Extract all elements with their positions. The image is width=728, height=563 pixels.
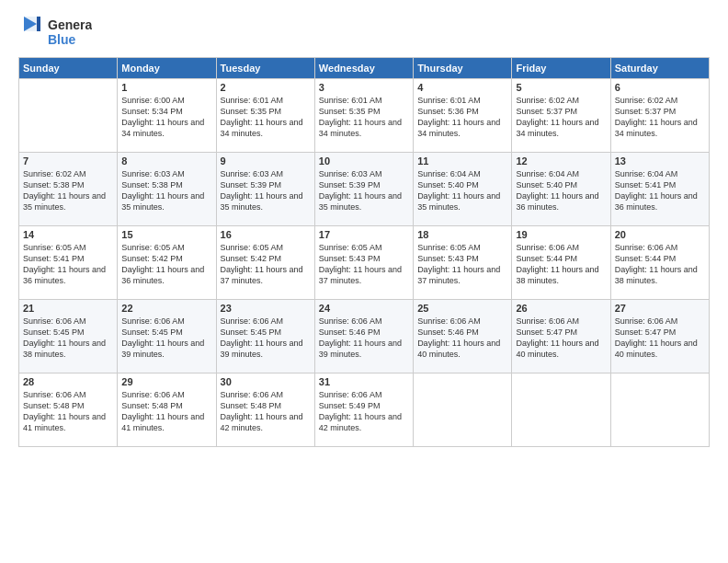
calendar-cell: 14Sunrise: 6:05 AMSunset: 5:41 PMDayligh…	[19, 226, 118, 300]
day-number: 21	[23, 303, 113, 314]
calendar-cell: 15Sunrise: 6:05 AMSunset: 5:42 PMDayligh…	[118, 226, 216, 300]
cell-info: Sunrise: 6:06 AMSunset: 5:46 PMDaylight:…	[417, 316, 507, 361]
cell-info: Sunrise: 6:06 AMSunset: 5:44 PMDaylight:…	[615, 242, 705, 287]
page-container: GeneralBlue SundayMondayTuesdayWednesday…	[0, 0, 728, 456]
cell-info: Sunrise: 6:04 AMSunset: 5:41 PMDaylight:…	[615, 168, 705, 213]
day-number: 7	[23, 155, 113, 167]
header-cell-monday: Monday	[118, 58, 216, 79]
day-number: 16	[221, 229, 311, 240]
cell-info: Sunrise: 6:03 AMSunset: 5:38 PMDaylight:…	[121, 168, 211, 213]
cell-info: Sunrise: 6:03 AMSunset: 5:39 PMDaylight:…	[221, 168, 311, 213]
day-number: 14	[23, 229, 113, 240]
day-number: 20	[615, 229, 705, 240]
calendar-table: SundayMondayTuesdayWednesdayThursdayFrid…	[18, 57, 710, 447]
day-number: 12	[516, 155, 606, 167]
calendar-header-row: SundayMondayTuesdayWednesdayThursdayFrid…	[19, 58, 710, 79]
header-cell-sunday: Sunday	[19, 58, 118, 79]
calendar-cell	[512, 373, 610, 447]
calendar-week-2: 7Sunrise: 6:02 AMSunset: 5:38 PMDaylight…	[19, 153, 710, 226]
day-number: 31	[319, 376, 409, 387]
calendar-cell: 19Sunrise: 6:06 AMSunset: 5:44 PMDayligh…	[512, 226, 610, 300]
calendar-cell: 17Sunrise: 6:05 AMSunset: 5:43 PMDayligh…	[314, 226, 413, 300]
header-cell-saturday: Saturday	[610, 58, 709, 79]
cell-info: Sunrise: 6:05 AMSunset: 5:43 PMDaylight:…	[319, 242, 409, 287]
day-number: 1	[121, 82, 211, 93]
calendar-cell: 30Sunrise: 6:06 AMSunset: 5:48 PMDayligh…	[216, 373, 314, 447]
cell-info: Sunrise: 6:06 AMSunset: 5:47 PMDaylight:…	[516, 316, 606, 361]
header: GeneralBlue	[18, 15, 710, 50]
cell-info: Sunrise: 6:05 AMSunset: 5:42 PMDaylight:…	[121, 242, 211, 287]
cell-info: Sunrise: 6:06 AMSunset: 5:48 PMDaylight:…	[23, 389, 113, 434]
cell-info: Sunrise: 6:06 AMSunset: 5:45 PMDaylight:…	[121, 316, 211, 361]
cell-info: Sunrise: 6:01 AMSunset: 5:35 PMDaylight:…	[319, 95, 409, 140]
calendar-cell: 27Sunrise: 6:06 AMSunset: 5:47 PMDayligh…	[610, 300, 709, 373]
day-number: 11	[417, 155, 507, 167]
calendar-week-3: 14Sunrise: 6:05 AMSunset: 5:41 PMDayligh…	[19, 226, 710, 300]
calendar-cell: 11Sunrise: 6:04 AMSunset: 5:40 PMDayligh…	[414, 153, 512, 226]
cell-info: Sunrise: 6:04 AMSunset: 5:40 PMDaylight:…	[516, 168, 606, 213]
day-number: 25	[417, 303, 507, 314]
calendar-week-4: 21Sunrise: 6:06 AMSunset: 5:45 PMDayligh…	[19, 300, 710, 373]
calendar-cell: 9Sunrise: 6:03 AMSunset: 5:39 PMDaylight…	[216, 153, 314, 226]
day-number: 2	[221, 82, 311, 93]
header-cell-friday: Friday	[512, 58, 610, 79]
day-number: 19	[516, 229, 606, 240]
calendar-cell	[19, 79, 118, 153]
cell-info: Sunrise: 6:05 AMSunset: 5:41 PMDaylight:…	[23, 242, 113, 287]
day-number: 18	[417, 229, 507, 240]
calendar-cell: 18Sunrise: 6:05 AMSunset: 5:43 PMDayligh…	[414, 226, 512, 300]
day-number: 23	[221, 303, 311, 314]
calendar-cell: 28Sunrise: 6:06 AMSunset: 5:48 PMDayligh…	[19, 373, 118, 447]
cell-info: Sunrise: 6:06 AMSunset: 5:49 PMDaylight:…	[319, 389, 409, 434]
day-number: 5	[516, 82, 606, 93]
calendar-cell: 31Sunrise: 6:06 AMSunset: 5:49 PMDayligh…	[314, 373, 413, 447]
cell-info: Sunrise: 6:05 AMSunset: 5:42 PMDaylight:…	[221, 242, 311, 287]
day-number: 8	[121, 155, 211, 167]
calendar-cell: 3Sunrise: 6:01 AMSunset: 5:35 PMDaylight…	[314, 79, 413, 153]
calendar-cell: 29Sunrise: 6:06 AMSunset: 5:48 PMDayligh…	[118, 373, 216, 447]
calendar-cell: 2Sunrise: 6:01 AMSunset: 5:35 PMDaylight…	[216, 79, 314, 153]
calendar-cell: 25Sunrise: 6:06 AMSunset: 5:46 PMDayligh…	[414, 300, 512, 373]
generalblue-logo-icon: GeneralBlue	[18, 15, 92, 50]
calendar-cell: 12Sunrise: 6:04 AMSunset: 5:40 PMDayligh…	[512, 153, 610, 226]
day-number: 30	[221, 376, 311, 387]
calendar-cell: 22Sunrise: 6:06 AMSunset: 5:45 PMDayligh…	[118, 300, 216, 373]
calendar-cell: 10Sunrise: 6:03 AMSunset: 5:39 PMDayligh…	[314, 153, 413, 226]
cell-info: Sunrise: 6:06 AMSunset: 5:46 PMDaylight:…	[319, 316, 409, 361]
calendar-cell: 21Sunrise: 6:06 AMSunset: 5:45 PMDayligh…	[19, 300, 118, 373]
calendar-cell: 16Sunrise: 6:05 AMSunset: 5:42 PMDayligh…	[216, 226, 314, 300]
calendar-cell: 7Sunrise: 6:02 AMSunset: 5:38 PMDaylight…	[19, 153, 118, 226]
day-number: 26	[516, 303, 606, 314]
header-cell-thursday: Thursday	[414, 58, 512, 79]
cell-info: Sunrise: 6:06 AMSunset: 5:47 PMDaylight:…	[615, 316, 705, 361]
calendar-cell: 6Sunrise: 6:02 AMSunset: 5:37 PMDaylight…	[610, 79, 709, 153]
logo: GeneralBlue	[18, 15, 92, 50]
day-number: 15	[121, 229, 211, 240]
day-number: 28	[23, 376, 113, 387]
header-cell-wednesday: Wednesday	[314, 58, 413, 79]
calendar-cell: 13Sunrise: 6:04 AMSunset: 5:41 PMDayligh…	[610, 153, 709, 226]
calendar-cell: 8Sunrise: 6:03 AMSunset: 5:38 PMDaylight…	[118, 153, 216, 226]
cell-info: Sunrise: 6:00 AMSunset: 5:34 PMDaylight:…	[121, 95, 211, 140]
day-number: 22	[121, 303, 211, 314]
day-number: 27	[615, 303, 705, 314]
cell-info: Sunrise: 6:06 AMSunset: 5:44 PMDaylight:…	[516, 242, 606, 287]
calendar-cell: 4Sunrise: 6:01 AMSunset: 5:36 PMDaylight…	[414, 79, 512, 153]
cell-info: Sunrise: 6:02 AMSunset: 5:38 PMDaylight:…	[23, 168, 113, 213]
cell-info: Sunrise: 6:02 AMSunset: 5:37 PMDaylight:…	[615, 95, 705, 140]
cell-info: Sunrise: 6:02 AMSunset: 5:37 PMDaylight:…	[516, 95, 606, 140]
day-number: 10	[319, 155, 409, 167]
svg-text:General: General	[48, 17, 92, 32]
calendar-cell: 24Sunrise: 6:06 AMSunset: 5:46 PMDayligh…	[314, 300, 413, 373]
header-cell-tuesday: Tuesday	[216, 58, 314, 79]
calendar-week-1: 1Sunrise: 6:00 AMSunset: 5:34 PMDaylight…	[19, 79, 710, 153]
cell-info: Sunrise: 6:03 AMSunset: 5:39 PMDaylight:…	[319, 168, 409, 213]
day-number: 29	[121, 376, 211, 387]
cell-info: Sunrise: 6:06 AMSunset: 5:48 PMDaylight:…	[221, 389, 311, 434]
calendar-cell: 20Sunrise: 6:06 AMSunset: 5:44 PMDayligh…	[610, 226, 709, 300]
day-number: 4	[417, 82, 507, 93]
calendar-cell	[414, 373, 512, 447]
day-number: 24	[319, 303, 409, 314]
cell-info: Sunrise: 6:01 AMSunset: 5:36 PMDaylight:…	[417, 95, 507, 140]
svg-marker-4	[37, 17, 40, 31]
